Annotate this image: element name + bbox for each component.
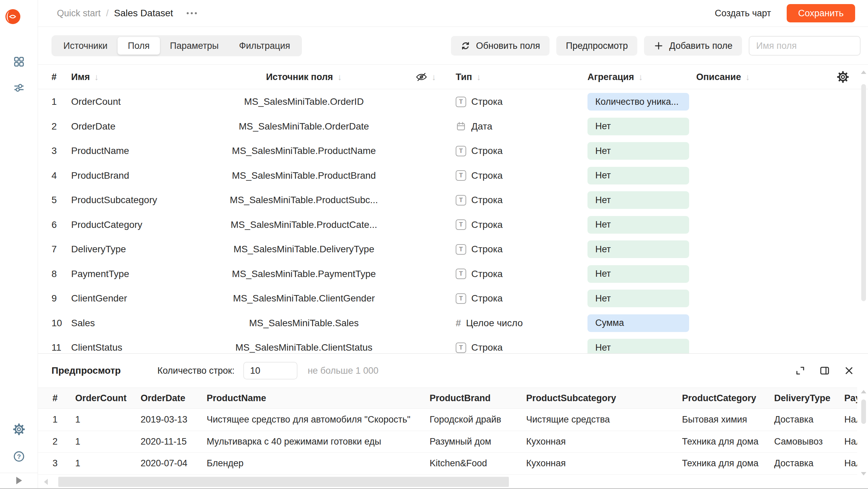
aggregation-select[interactable]: Нет <box>587 167 689 184</box>
field-name-search-input[interactable] <box>749 36 861 56</box>
save-button[interactable]: Сохранить <box>787 4 855 22</box>
scrollbar-thumb[interactable] <box>861 84 866 301</box>
preview-column-header: Pay <box>844 388 857 408</box>
preview-cell: 1 <box>75 409 80 431</box>
scrollbar-thumb[interactable] <box>861 399 866 424</box>
dock-side-panel-icon[interactable] <box>818 364 831 377</box>
refresh-fields-button[interactable]: Обновить поля <box>451 36 550 56</box>
field-row[interactable]: 1 OrderCount MS_SalesMiniTable.OrderID T… <box>38 90 868 114</box>
aggregation-select[interactable]: Нет <box>587 290 689 307</box>
field-type-select[interactable]: T Строка <box>456 237 503 262</box>
aggregation-select[interactable]: Нет <box>587 339 689 353</box>
tab-Поля[interactable]: Поля <box>118 37 160 55</box>
column-header-type[interactable]: Тип↓ <box>456 65 481 89</box>
table-settings-gear-icon[interactable] <box>837 65 849 89</box>
field-source[interactable]: MS_SalesMiniTable.ProductBrand <box>157 163 451 188</box>
aggregation-select[interactable]: Количество уника... <box>587 93 689 111</box>
field-type-select[interactable]: T Строка <box>456 286 503 311</box>
fields-table-scrollbar[interactable] <box>861 66 866 353</box>
preview-cell: Техника для дома <box>682 431 759 453</box>
help-question-icon[interactable]: ? <box>13 450 25 463</box>
field-row[interactable]: 11 ClientStatus MS_SalesMiniTable.Client… <box>38 335 868 353</box>
preview-cell: Нал <box>844 453 857 474</box>
column-header-description[interactable]: Описание↓ <box>696 65 750 89</box>
preview-table-header: #OrderCountOrderDateProductNameProductBr… <box>38 388 857 409</box>
field-type-select[interactable]: Дата <box>456 114 492 139</box>
datalens-logo-icon[interactable] <box>5 9 21 24</box>
string-type-icon: T <box>456 244 466 255</box>
field-name: ProductBrand <box>71 163 129 188</box>
field-source[interactable]: MS_SalesMiniTable.ProductName <box>157 139 451 163</box>
breadcrumb-parent[interactable]: Quick start <box>57 8 101 19</box>
settings-gear-icon[interactable] <box>13 423 25 436</box>
preview-toggle-button[interactable]: Предпросмотр <box>556 36 637 56</box>
aggregation-select[interactable]: Нет <box>587 265 689 283</box>
preview-cell: Самовывоз <box>774 431 823 453</box>
add-field-button[interactable]: Добавить поле <box>644 36 742 56</box>
aggregation-select[interactable]: Нет <box>587 118 689 135</box>
scroll-up-arrow-icon[interactable] <box>861 71 866 74</box>
field-source[interactable]: MS_SalesMiniTable.ClientGender <box>157 286 451 311</box>
aggregation-select[interactable]: Нет <box>587 142 689 160</box>
tab-Параметры[interactable]: Параметры <box>160 37 229 55</box>
preview-column-header: DeliveryType <box>774 388 830 408</box>
field-type-select[interactable]: T Строка <box>456 213 503 237</box>
field-type-select[interactable]: T Строка <box>456 139 503 163</box>
preview-cell: Доставка <box>774 453 813 474</box>
field-row[interactable]: 4 ProductBrand MS_SalesMiniTable.Product… <box>38 163 868 188</box>
row-count-input[interactable] <box>243 362 297 379</box>
services-sliders-icon[interactable] <box>13 81 25 94</box>
field-source[interactable]: MS_SalesMiniTable.PaymentType <box>157 262 451 287</box>
field-row[interactable]: 5 ProductSubcategory MS_SalesMiniTable.P… <box>38 188 868 213</box>
field-row[interactable]: 10 Sales MS_SalesMiniTable.Sales # Целое… <box>38 311 868 336</box>
field-source[interactable]: MS_SalesMiniTable.Sales <box>157 311 451 336</box>
scrollbar-thumb[interactable] <box>58 477 509 487</box>
column-header-visibility[interactable]: ↓ <box>409 65 443 89</box>
field-row[interactable]: 7 DeliveryType MS_SalesMiniTable.Deliver… <box>38 237 868 262</box>
sidebar: ? <box>0 0 38 489</box>
tab-Источники[interactable]: Источники <box>53 37 118 55</box>
tab-Фильтрация[interactable]: Фильтрация <box>229 37 301 55</box>
expand-sidebar-play-icon[interactable] <box>13 474 25 487</box>
scroll-down-arrow-icon[interactable] <box>861 472 866 475</box>
column-header-aggregation[interactable]: Агрегация↓ <box>587 65 643 89</box>
field-source[interactable]: MS_SalesMiniTable.ClientStatus <box>157 335 451 353</box>
preview-horizontal-scrollbar[interactable] <box>44 477 823 487</box>
field-type-select[interactable]: T Строка <box>456 163 503 188</box>
aggregation-select[interactable]: Нет <box>587 240 689 258</box>
expand-preview-icon[interactable] <box>793 364 807 377</box>
field-source[interactable]: MS_SalesMiniTable.ProductSubc... <box>157 188 451 213</box>
aggregation-select[interactable]: Сумма <box>587 314 689 332</box>
dataset-toolbar: ИсточникиПоляПараметрыФильтрация Обновит… <box>38 27 868 65</box>
field-source[interactable]: MS_SalesMiniTable.OrderDate <box>157 114 451 139</box>
field-type-select[interactable]: T Строка <box>456 262 503 287</box>
column-header-source[interactable]: Источник поля↓ <box>157 65 451 89</box>
field-source[interactable]: MS_SalesMiniTable.ProductCate... <box>157 213 451 237</box>
field-row[interactable]: 2 OrderDate MS_SalesMiniTable.OrderDate … <box>38 114 868 139</box>
field-source[interactable]: MS_SalesMiniTable.OrderID <box>157 90 451 114</box>
field-type-select[interactable]: # Целое число <box>456 311 523 336</box>
column-header-name[interactable]: Имя↓ <box>71 65 99 89</box>
field-row[interactable]: 3 ProductName MS_SalesMiniTable.ProductN… <box>38 139 868 163</box>
field-type-select[interactable]: T Строка <box>456 90 503 114</box>
preview-cell: Чистящие средства <box>526 409 610 431</box>
scroll-up-arrow-icon[interactable] <box>861 390 866 393</box>
preview-vertical-scrollbar[interactable] <box>861 390 866 475</box>
preview-panel: Предпросмотр Количество строк: не больше… <box>38 353 868 489</box>
close-preview-icon[interactable] <box>842 364 856 377</box>
more-menu-icon[interactable] <box>183 9 200 18</box>
field-type-label: Строка <box>471 244 503 255</box>
field-row[interactable]: 8 PaymentType MS_SalesMiniTable.PaymentT… <box>38 262 868 287</box>
field-source[interactable]: MS_SalesMiniTable.DeliveryType <box>157 237 451 262</box>
field-row-index: 10 <box>51 311 62 336</box>
field-type-select[interactable]: T Строка <box>456 188 503 213</box>
field-row-index: 11 <box>51 335 61 353</box>
navigation-grid-icon[interactable] <box>13 55 25 68</box>
aggregation-select[interactable]: Нет <box>587 191 689 209</box>
aggregation-select[interactable]: Нет <box>587 216 689 234</box>
field-type-select[interactable]: T Строка <box>456 335 503 353</box>
field-row[interactable]: 9 ClientGender MS_SalesMiniTable.ClientG… <box>38 286 868 311</box>
create-chart-button[interactable]: Создать чарт <box>715 8 771 19</box>
scroll-left-arrow-icon[interactable] <box>44 479 48 485</box>
field-row[interactable]: 6 ProductCategory MS_SalesMiniTable.Prod… <box>38 213 868 237</box>
